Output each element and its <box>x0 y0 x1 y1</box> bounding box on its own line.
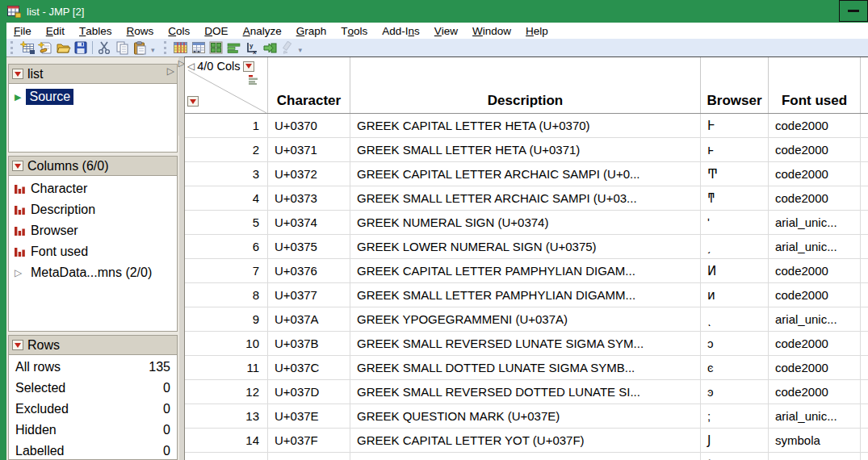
run-script-button[interactable] <box>261 40 279 56</box>
browser-cell[interactable]: ͼ <box>700 356 768 379</box>
font-used-cell[interactable]: code2000 <box>768 283 860 307</box>
edit-button-disabled[interactable] <box>279 40 296 56</box>
description-cell[interactable]: GREEK SMALL LETTER PAMPHYLIAN DIGAMM... <box>350 283 700 307</box>
row-number-cell[interactable]: 8 <box>185 283 267 307</box>
description-cell[interactable]: GREEK CAPITAL LETTER ARCHAIC SAMPI (U+0.… <box>350 162 700 186</box>
font-used-cell[interactable]: code2000 <box>768 332 860 355</box>
open-button[interactable] <box>54 40 72 56</box>
browser-cell[interactable]: ͱ <box>700 138 768 161</box>
column-header-browser[interactable]: Browser <box>700 57 768 113</box>
menu-cols[interactable]: Cols <box>161 23 197 39</box>
window-layout-button[interactable] <box>208 40 225 56</box>
browser-cell[interactable]: Ͳ <box>700 162 768 186</box>
browser-cell[interactable]: ͵ <box>700 235 768 258</box>
font-used-cell[interactable]: arial_unic... <box>768 235 860 258</box>
columns-menu-button[interactable] <box>243 61 254 72</box>
character-cell[interactable]: U+037D <box>267 380 350 404</box>
grid-corner-cell[interactable]: ◁ 4/0 Cols <box>185 57 267 113</box>
toolbar-drag-handle[interactable] <box>10 41 15 54</box>
description-cell[interactable]: GREEK NUMERAL SIGN (U+0374) <box>350 211 700 234</box>
columns-panel-menu-button[interactable] <box>12 161 23 171</box>
menu-edit[interactable]: Edit <box>39 23 72 39</box>
font-used-cell[interactable]: code2000 <box>768 380 860 404</box>
row-number-cell[interactable]: 1 <box>185 114 267 137</box>
browser-cell[interactable]: ͺ <box>700 307 768 331</box>
column-item-character[interactable]: Character <box>9 178 177 199</box>
character-cell[interactable]: U+0370 <box>267 114 350 137</box>
character-cell[interactable]: U+037A <box>267 307 350 331</box>
browser-cell[interactable]: ͷ <box>700 283 768 307</box>
source-label[interactable]: Source <box>26 89 73 105</box>
menu-file[interactable]: File <box>6 23 39 39</box>
font-used-cell[interactable]: arial_unic... <box>768 453 860 460</box>
toolbar-overflow-icon[interactable]: ▾ <box>299 46 303 54</box>
column-item-metadata-mns-2-0[interactable]: ▷MetaData...mns (2/0) <box>9 262 177 283</box>
rows-menu-button[interactable] <box>187 96 199 107</box>
font-used-cell[interactable]: code2000 <box>768 259 860 282</box>
description-cell[interactable]: GREEK SMALL DOTTED LUNATE SIGMA SYMB... <box>350 356 700 379</box>
description-cell[interactable]: GREEK QUESTION MARK (U+037E) <box>350 404 700 428</box>
new-script-button[interactable] <box>36 40 54 56</box>
browser-cell[interactable]: Ͷ <box>700 259 768 282</box>
menu-add-ins[interactable]: Add-Ins <box>375 23 427 39</box>
font-used-cell[interactable]: arial_unic... <box>768 404 860 428</box>
column-header-font-used[interactable]: Font used <box>768 57 860 113</box>
row-number-cell[interactable]: 11 <box>185 356 267 379</box>
character-cell[interactable]: U+037B <box>267 332 350 355</box>
table-panel-menu-button[interactable] <box>12 69 23 79</box>
data-table-button[interactable] <box>172 40 190 56</box>
font-used-cell[interactable]: arial_unic... <box>768 307 860 331</box>
column-header-character[interactable]: Character <box>267 57 350 113</box>
character-cell[interactable]: U+0373 <box>267 186 350 210</box>
row-number-cell[interactable]: 5 <box>185 211 267 234</box>
row-number-cell[interactable]: 2 <box>185 138 267 161</box>
description-cell[interactable]: GREEK CAPITAL LETTER YOT (U+037F) <box>350 429 700 452</box>
browser-cell[interactable]: Ϳ <box>700 429 768 452</box>
row-number-cell[interactable]: 9 <box>185 307 267 331</box>
description-cell[interactable]: GREEK LOWER NUMERAL SIGN (U+0375) <box>350 235 700 258</box>
font-used-cell[interactable]: code2000 <box>768 186 860 210</box>
row-number-cell[interactable]: 6 <box>185 235 267 258</box>
browser-cell[interactable]: ͳ <box>700 186 768 210</box>
row-number-cell[interactable]: 14 <box>185 429 267 452</box>
row-number-cell[interactable]: 13 <box>185 404 267 428</box>
menu-help[interactable]: Help <box>518 23 556 39</box>
column-item-browser[interactable]: Browser <box>9 220 177 241</box>
menu-analyze[interactable]: Analyze <box>236 23 289 39</box>
column-item-font-used[interactable]: Font used <box>9 241 177 262</box>
collapse-columns-icon[interactable]: ◁ <box>187 61 195 72</box>
character-cell[interactable]: U+037F <box>267 429 350 452</box>
save-button[interactable] <box>72 40 90 56</box>
description-cell[interactable]: GREEK CAPITAL LETTER PAMPHYLIAN DIGAM... <box>350 259 700 282</box>
rows-panel-menu-button[interactable] <box>12 340 23 350</box>
description-cell[interactable]: GREEK SMALL REVERSED LUNATE SIGMA SYM... <box>350 332 700 355</box>
character-cell[interactable]: U+0384 <box>267 453 350 460</box>
menu-view[interactable]: View <box>427 23 465 39</box>
row-number-cell[interactable]: 10 <box>185 332 267 355</box>
panel-expand-icon[interactable]: ▷ <box>167 65 174 77</box>
column-list-icon[interactable] <box>249 74 260 85</box>
new-data-table-button[interactable] <box>19 40 36 56</box>
font-used-cell[interactable]: code2000 <box>768 138 860 161</box>
menu-graph[interactable]: Graph <box>289 23 334 39</box>
row-number-cell[interactable]: 7 <box>185 259 267 282</box>
menu-window[interactable]: Window <box>465 23 518 39</box>
description-cell[interactable]: GREEK YPOGEGRAMMENI (U+037A) <box>350 307 700 331</box>
row-number-cell[interactable]: 4 <box>185 186 267 210</box>
row-number-cell[interactable]: 15 <box>185 453 267 460</box>
browser-cell[interactable]: ; <box>700 404 768 428</box>
menu-doe[interactable]: DOE <box>197 23 235 39</box>
copy-button[interactable] <box>113 40 131 56</box>
character-cell[interactable]: U+037E <box>267 404 350 428</box>
row-number-cell[interactable]: 12 <box>185 380 267 404</box>
browser-cell[interactable]: Ͱ <box>700 114 768 137</box>
font-used-cell[interactable]: code2000 <box>768 162 860 186</box>
column-item-description[interactable]: Description <box>9 199 177 220</box>
character-cell[interactable]: U+0372 <box>267 162 350 186</box>
font-used-cell[interactable]: arial_unic... <box>768 211 860 234</box>
source-item[interactable]: ▶ Source <box>9 87 177 107</box>
browser-cell[interactable]: ΄ <box>700 453 768 460</box>
font-used-cell[interactable]: symbola <box>768 429 860 452</box>
font-used-cell[interactable]: code2000 <box>768 114 860 137</box>
description-cell[interactable]: GREEK CAPITAL LETTER HETA (U+0370) <box>350 114 700 137</box>
